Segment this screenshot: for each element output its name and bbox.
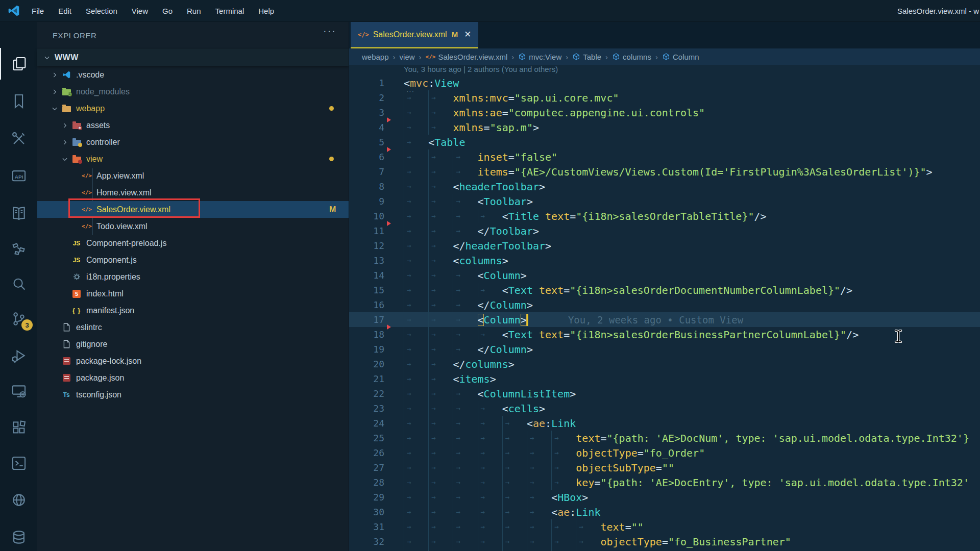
tree-item-component-preload-js[interactable]: JSComponent-preload.js: [37, 235, 349, 252]
xml-file-icon: </>: [358, 31, 369, 38]
code-token: >: [527, 299, 533, 311]
line-number: 25: [349, 433, 384, 443]
menu-help[interactable]: Help: [251, 0, 281, 22]
tree-item-i18n-properties[interactable]: i18n.properties: [37, 268, 349, 285]
code-token: =: [508, 166, 514, 178]
tree-item-index-html[interactable]: 5index.html: [37, 285, 349, 302]
ui5-tools-icon[interactable]: [0, 234, 37, 266]
extensions-icon[interactable]: [0, 412, 37, 443]
indent-guide: →: [527, 431, 551, 445]
breadcrumb-item-columns[interactable]: columns: [612, 53, 651, 61]
chevron-right-icon[interactable]: [51, 71, 58, 79]
line-number: 20: [349, 359, 384, 369]
chevron-right-icon[interactable]: [51, 88, 58, 95]
code-token: xmlns: [453, 121, 483, 134]
explorer-icon[interactable]: [0, 48, 37, 80]
tree-item-package-json[interactable]: package.json: [37, 369, 349, 386]
tree-item-component-js[interactable]: JSComponent.js: [37, 252, 349, 268]
tree-item-manifest-json[interactable]: { }manifest.json: [37, 302, 349, 319]
line-number: 18: [349, 329, 384, 340]
source-control-icon[interactable]: 3: [0, 303, 37, 335]
tools-icon[interactable]: [0, 123, 37, 155]
menu-selection[interactable]: Selection: [79, 0, 125, 22]
code-line-14: 14→→→<Column>: [349, 268, 980, 283]
code-line-5: 5→<Table: [349, 135, 980, 149]
more-actions-icon[interactable]: ···: [323, 25, 336, 37]
indent-guide: →: [453, 431, 477, 445]
chevron-right-icon[interactable]: [61, 122, 68, 129]
tree-item-label: assets: [86, 121, 110, 130]
line-number: 24: [349, 418, 384, 429]
menu-run[interactable]: Run: [180, 0, 208, 22]
tree-item-node-modules[interactable]: ⬡node_modules: [37, 83, 349, 100]
code-token: />: [754, 210, 766, 222]
tree-item-controller[interactable]: controller: [37, 134, 349, 151]
chevron-down-icon[interactable]: [61, 156, 68, 163]
git-deleted-marker-icon[interactable]: [387, 324, 391, 330]
tree-item-view[interactable]: view: [37, 151, 349, 167]
code-token: </: [453, 358, 465, 370]
indent-guide: →: [551, 431, 576, 445]
code-token: items: [459, 373, 489, 385]
breadcrumb-item-webapp[interactable]: webapp: [362, 53, 389, 61]
chevron-down-icon[interactable]: [51, 105, 58, 112]
tree-item-webapp[interactable]: webapp: [37, 100, 349, 117]
indent-guide: →: [478, 209, 502, 223]
tree-item-tsconfig-json[interactable]: Tstsconfig.json: [37, 386, 349, 403]
git-modified-dot: [329, 106, 334, 111]
tree-item-label: i18n.properties: [86, 272, 140, 282]
tab-salesorder-view-xml[interactable]: </> SalesOrder.view.xml M ✕: [351, 22, 478, 47]
close-icon[interactable]: ✕: [464, 29, 471, 40]
indent-guide: →: [478, 283, 502, 297]
line-number: 4: [349, 122, 384, 133]
indent-guide: →: [428, 90, 453, 105]
code-token: "false": [514, 151, 557, 163]
code-line-7: 7→→→items="{AE>/CustomViews/Views.Custom…: [349, 164, 980, 179]
menu-edit[interactable]: Edit: [51, 0, 79, 22]
tree-item-salesorder-view-xml[interactable]: </>SalesOrder.view.xmlM: [37, 201, 349, 218]
search-icon[interactable]: [0, 268, 37, 300]
indent-guide: →: [428, 120, 453, 135]
docs-icon[interactable]: [0, 197, 37, 229]
tree-item--vscode[interactable]: .vscode: [37, 66, 349, 83]
tree-item-package-lock-json[interactable]: package-lock.json: [37, 353, 349, 369]
code-token: >: [539, 403, 545, 415]
code-token: =: [564, 284, 570, 296]
chevron-right-icon[interactable]: [61, 139, 68, 146]
menu-view[interactable]: View: [125, 0, 155, 22]
terminal-icon[interactable]: [0, 447, 37, 479]
tree-item-todo-view-xml[interactable]: </>Todo.view.xml: [37, 218, 349, 235]
code-editor[interactable]: 1<mvc:View2→→xmlns:mvc="sap.ui.core.mvc"…: [349, 76, 980, 551]
api-client-icon[interactable]: API: [0, 160, 37, 192]
tree-item-home-view-xml[interactable]: </>Home.view.xml: [37, 184, 349, 201]
remote-explorer-icon[interactable]: [0, 375, 37, 407]
git-deleted-marker-icon[interactable]: [387, 221, 391, 226]
xml-file-icon: </>: [426, 54, 436, 60]
live-preview-icon[interactable]: [0, 484, 37, 516]
menu-file[interactable]: File: [24, 0, 51, 22]
breadcrumb-item-salesorder-view-xml[interactable]: </>SalesOrder.view.xml: [426, 53, 508, 61]
tree-root-www[interactable]: WWW: [37, 49, 349, 66]
code-line-21: 21→→<items>: [349, 371, 980, 386]
breadcrumb-item-mvc-view[interactable]: mvc:View: [518, 53, 561, 61]
breadcrumb-item-table[interactable]: Table: [572, 53, 601, 61]
code-token: View: [434, 77, 459, 89]
tree-item-gitignore[interactable]: gitignore: [37, 336, 349, 353]
git-deleted-marker-icon[interactable]: [387, 117, 391, 122]
menu-go[interactable]: Go: [155, 0, 180, 22]
tree-item-app-view-xml[interactable]: </>App.view.xml: [37, 167, 349, 184]
indent-guide: →: [453, 283, 477, 297]
git-deleted-marker-icon[interactable]: [387, 147, 391, 152]
code-lens[interactable]: You, 3 hours ago | 2 authors (You and ot…: [404, 65, 558, 76]
indent-guide: →: [527, 519, 551, 534]
database-icon[interactable]: [0, 521, 37, 551]
menu-terminal[interactable]: Terminal: [208, 0, 252, 22]
tree-item-eslintrc[interactable]: eslintrc: [37, 319, 349, 336]
tree-item-assets[interactable]: ✱assets: [37, 117, 349, 134]
bookmarks-icon[interactable]: [0, 85, 37, 117]
breadcrumb-item-column[interactable]: Column: [662, 53, 699, 61]
run-and-debug-icon[interactable]: [0, 340, 37, 371]
code-line-19: 19→→→</Column>: [349, 342, 980, 357]
breadcrumb-item-view[interactable]: view: [400, 53, 415, 61]
indent-guide: →: [428, 416, 453, 431]
